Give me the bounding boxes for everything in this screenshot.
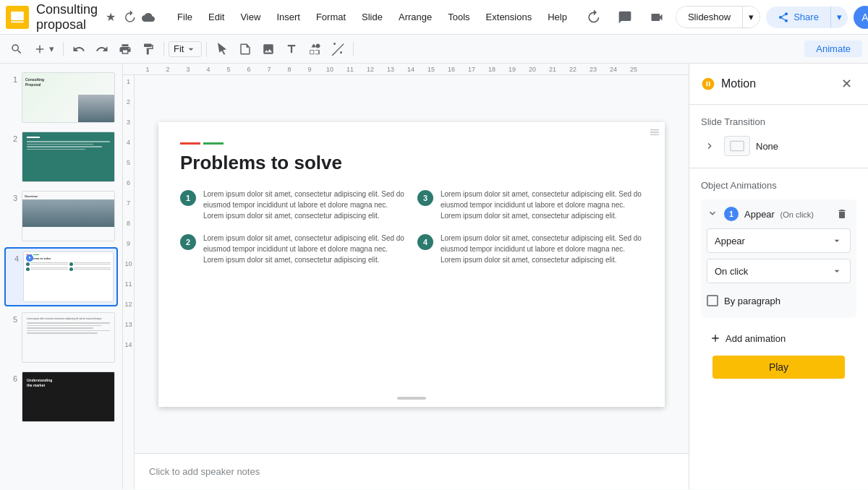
slide-item-5[interactable]: 5 Lorem ipsum dolor sit amet consectetur… <box>4 309 118 366</box>
share-dropdown[interactable]: ▾ <box>830 7 848 27</box>
present-btn[interactable] <box>644 4 670 30</box>
text-tool[interactable] <box>281 39 302 59</box>
print-button[interactable] <box>114 39 136 59</box>
appear-dropdown[interactable]: Appear <box>707 228 851 253</box>
motion-title: Motion <box>701 77 756 91</box>
menu-slide[interactable]: Slide <box>354 7 390 27</box>
slideshow-dropdown[interactable]: ▾ <box>742 7 760 27</box>
menu-file[interactable]: File <box>170 7 200 27</box>
slide-accent-bar <box>180 142 643 145</box>
line-tool[interactable] <box>327 39 349 59</box>
ruler-mark-22: 22 <box>563 66 583 73</box>
slide-number-3: 3 <box>7 194 17 202</box>
ruler-mark-17: 17 <box>461 66 482 73</box>
undo-button[interactable] <box>68 39 90 59</box>
anim-name: Appear <box>744 209 775 220</box>
transition-expand-chevron[interactable] <box>701 137 718 155</box>
share-btn-group: Share ▾ <box>766 7 848 28</box>
redo-button[interactable] <box>91 39 113 59</box>
shape-tool[interactable] <box>304 39 326 59</box>
menu-format[interactable]: Format <box>309 7 353 27</box>
ruler-mark-6: 6 <box>239 66 259 73</box>
toolbar-separator-4 <box>353 42 354 56</box>
slide-item-2[interactable]: 2 <box>4 129 118 185</box>
slide-item-1[interactable]: 1 Consulting Proposal <box>4 69 118 126</box>
animate-button[interactable]: Animate <box>804 40 862 57</box>
by-paragraph-row: By paragraph <box>707 289 851 312</box>
anim-delete-button[interactable] <box>833 205 851 223</box>
menu-bar: Consulting proposal ★ File Edit View Ins… <box>0 0 868 35</box>
ruler-vertical: 1 2 3 4 5 6 7 8 9 10 11 12 13 14 <box>123 75 135 489</box>
menu-help[interactable]: Help <box>540 7 574 27</box>
menu-insert[interactable]: Insert <box>269 7 307 27</box>
share-button[interactable]: Share <box>766 7 830 28</box>
anim-collapse-chevron[interactable] <box>707 207 718 221</box>
ruler-mark-12: 12 <box>360 66 380 73</box>
zoom-selector[interactable]: Fit <box>169 41 202 57</box>
by-paragraph-checkbox[interactable] <box>707 295 718 306</box>
transition-row[interactable]: None <box>701 136 856 156</box>
menu-edit[interactable]: Edit <box>201 7 231 27</box>
slide-canvas-wrapper[interactable]: Problems to solve 1 Lorem ipsum dolor si… <box>135 75 689 453</box>
comment-btn[interactable] <box>612 4 638 30</box>
animation-header-row: 1 Appear (On click) <box>707 205 851 223</box>
canvas-area: 1 2 3 4 5 6 7 8 9 10 11 12 13 14 15 16 1… <box>123 64 689 489</box>
accent-green <box>203 142 224 145</box>
on-click-dropdown[interactable]: On click <box>707 259 851 283</box>
item-text-3: Lorem ipsum dolor sit amet, consectetur … <box>441 189 643 221</box>
anim-name-trigger: Appear (On click) <box>744 209 827 220</box>
star-icon[interactable]: ★ <box>103 10 118 25</box>
history-icon[interactable] <box>122 10 137 25</box>
ruler-mark-14: 14 <box>401 66 421 73</box>
search-button[interactable] <box>6 39 27 59</box>
animation-indicator <box>25 254 34 265</box>
share-label: Share <box>793 12 819 22</box>
avatar[interactable]: A <box>854 6 868 29</box>
object-animations-label: Object Animations <box>701 180 856 191</box>
ruler-mark-11: 11 <box>340 66 360 73</box>
speaker-notes[interactable]: Click to add speaker notes <box>135 453 689 489</box>
slide-thumb-4: Problems to solve <box>23 252 114 302</box>
speaker-notes-placeholder: Click to add speaker notes <box>149 466 260 477</box>
add-button[interactable]: ▾ <box>29 39 59 59</box>
slide-item-4[interactable]: 4 Problems to solve <box>4 247 118 306</box>
add-animation-label: Add animation <box>726 333 786 344</box>
image-tool[interactable] <box>258 39 279 59</box>
paint-format-button[interactable] <box>137 39 159 59</box>
anim-trigger: On click <box>783 210 811 219</box>
slide-grid: 1 Lorem ipsum dolor sit amet, consectetu… <box>180 189 643 265</box>
item-circle-3: 3 <box>417 190 433 206</box>
slide-canvas[interactable]: Problems to solve 1 Lorem ipsum dolor si… <box>158 122 665 407</box>
slide-thumb-5: Lorem ipsum dolor sit amet consectetur a… <box>22 312 115 363</box>
toolbar-separator-3 <box>206 42 207 56</box>
select-tool[interactable] <box>234 39 256 59</box>
add-animation-button[interactable]: Add animation <box>701 327 794 350</box>
slide-number-2: 2 <box>7 134 17 143</box>
transition-thumbnail <box>724 136 750 156</box>
cloud-icon[interactable] <box>141 10 156 25</box>
slide-content: Problems to solve 1 Lorem ipsum dolor si… <box>158 122 665 407</box>
ruler-mark-15: 15 <box>421 66 441 73</box>
app-logo[interactable] <box>6 6 29 29</box>
slide-number-4: 4 <box>9 254 19 263</box>
ruler-mark-5: 5 <box>218 66 239 73</box>
menu-tools[interactable]: Tools <box>441 7 477 27</box>
menu-extensions[interactable]: Extensions <box>479 7 540 27</box>
ruler-mark-7: 7 <box>259 66 279 73</box>
cursor-tool[interactable] <box>211 39 233 59</box>
play-button[interactable]: Play <box>712 356 845 379</box>
slide-thumb-2 <box>22 132 115 182</box>
menu-view[interactable]: View <box>233 7 268 27</box>
menu-arrange[interactable]: Arrange <box>391 7 439 27</box>
slide-item-3[interactable]: 3 Overview <box>4 188 118 244</box>
slideshow-button[interactable]: Slideshow <box>676 7 742 27</box>
accent-red <box>180 142 200 145</box>
ruler-horizontal: 1 2 3 4 5 6 7 8 9 10 11 12 13 14 15 16 1… <box>123 64 689 75</box>
svg-rect-3 <box>731 141 744 150</box>
ruler-mark-3: 3 <box>178 66 198 73</box>
close-button[interactable]: ✕ <box>836 74 856 94</box>
item-text-1: Lorem ipsum dolor sit amet, consectetur … <box>203 189 406 221</box>
doc-title[interactable]: Consulting proposal <box>36 2 98 33</box>
history-btn[interactable] <box>580 4 606 30</box>
slide-item-6[interactable]: 6 Understandingthe market <box>4 369 118 425</box>
